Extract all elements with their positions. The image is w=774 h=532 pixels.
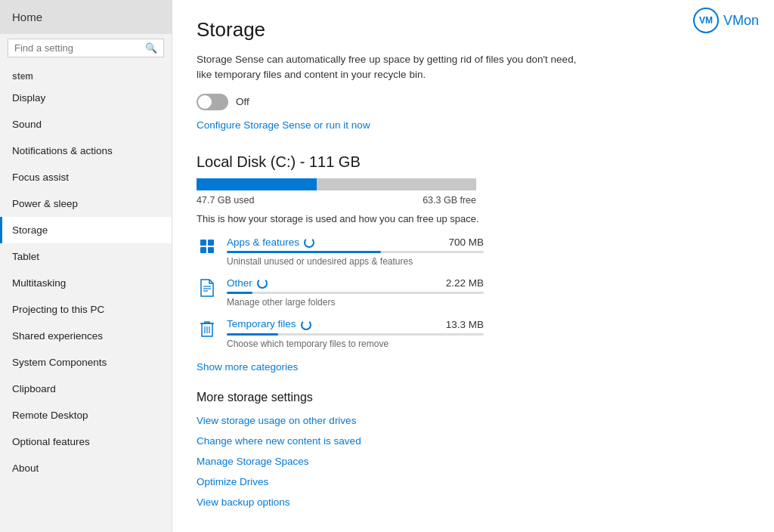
sidebar-item-multitasking[interactable]: Multitasking bbox=[0, 270, 172, 296]
loading-spinner bbox=[301, 320, 311, 330]
sidebar-nav: DisplaySoundNotifications & actionsFocus… bbox=[0, 85, 172, 481]
storage-item-name-temp[interactable]: Temporary files bbox=[227, 318, 311, 329]
storage-sense-toggle[interactable] bbox=[197, 94, 228, 110]
vmmon-name: VMon bbox=[723, 13, 759, 29]
sidebar-item-system-components[interactable]: System Components bbox=[0, 349, 172, 376]
vmmon-logo: VM VMon bbox=[693, 8, 759, 33]
storage-summary: This is how your storage is used and how… bbox=[197, 213, 750, 224]
storage-item-bar-temp bbox=[227, 333, 484, 336]
sidebar-home[interactable]: Home bbox=[0, 0, 172, 34]
sidebar-item-about[interactable]: About bbox=[0, 455, 172, 481]
disk-bar-container bbox=[197, 178, 476, 190]
sidebar-item-storage[interactable]: Storage bbox=[0, 217, 172, 243]
sidebar-item-focus[interactable]: Focus assist bbox=[0, 164, 172, 190]
storage-item-icon-other bbox=[197, 279, 218, 297]
more-settings-title: More storage settings bbox=[197, 391, 750, 404]
storage-description: Storage Sense can automatically free up … bbox=[197, 52, 590, 83]
toggle-label: Off bbox=[236, 96, 249, 107]
toggle-row: Off bbox=[197, 94, 750, 110]
search-icon: 🔍 bbox=[145, 42, 157, 54]
search-input[interactable] bbox=[14, 42, 145, 54]
disk-section-title: Local Disk (C:) - 111 GB bbox=[197, 153, 750, 171]
svg-rect-3 bbox=[208, 247, 214, 253]
svg-rect-1 bbox=[208, 240, 214, 246]
more-link-0[interactable]: View storage usage on other drives bbox=[197, 415, 750, 426]
loading-spinner bbox=[257, 278, 268, 289]
sidebar-item-sound[interactable]: Sound bbox=[0, 111, 172, 138]
storage-item-content-other: Other 2.22 MB Manage other large folders bbox=[227, 277, 484, 308]
svg-rect-2 bbox=[200, 247, 206, 253]
storage-item-header-apps: Apps & features 700 MB bbox=[227, 237, 484, 248]
sidebar-item-clipboard[interactable]: Clipboard bbox=[0, 376, 172, 402]
sidebar-item-remote-desktop[interactable]: Remote Desktop bbox=[0, 402, 172, 428]
disk-bar-used bbox=[197, 178, 317, 190]
svg-rect-0 bbox=[200, 240, 206, 246]
more-link-4[interactable]: View backup options bbox=[197, 496, 750, 508]
loading-spinner bbox=[304, 237, 314, 248]
storage-item-desc-other: Manage other large folders bbox=[227, 297, 484, 308]
storage-item-header-temp: Temporary files 13.3 MB bbox=[227, 318, 484, 329]
storage-item-content-temp: Temporary files 13.3 MB Choose which tem… bbox=[227, 318, 484, 348]
storage-item-desc-temp: Choose which temporary files to remove bbox=[227, 339, 484, 349]
more-links-list: View storage usage on other drivesChange… bbox=[197, 415, 750, 508]
storage-items-list: Apps & features 700 MB Uninstall unused … bbox=[197, 237, 750, 349]
storage-item-bar-apps bbox=[227, 251, 484, 253]
disk-used-label: 47.7 GB used bbox=[197, 195, 254, 206]
vmmon-circle: VM bbox=[693, 8, 719, 33]
storage-item-name-other[interactable]: Other bbox=[227, 277, 268, 289]
storage-item-bar-other bbox=[227, 292, 484, 294]
storage-item-header-other: Other 2.22 MB bbox=[227, 277, 484, 289]
sidebar: Home 🔍 stem DisplaySoundNotifications & … bbox=[0, 0, 172, 532]
storage-item-bar-fill-temp bbox=[227, 333, 278, 336]
more-link-1[interactable]: Change where new content is saved bbox=[197, 435, 750, 447]
storage-item-content-apps: Apps & features 700 MB Uninstall unused … bbox=[227, 237, 484, 267]
sidebar-search-box[interactable]: 🔍 bbox=[8, 39, 164, 57]
sidebar-item-projecting[interactable]: Projecting to this PC bbox=[0, 296, 172, 323]
storage-item-bar-fill-other bbox=[227, 292, 252, 294]
storage-item-size-apps: 700 MB bbox=[448, 237, 484, 248]
page-title: Storage bbox=[197, 18, 750, 42]
sidebar-item-notifications[interactable]: Notifications & actions bbox=[0, 138, 172, 164]
storage-item-temp[interactable]: Temporary files 13.3 MB Choose which tem… bbox=[197, 318, 484, 348]
storage-item-other[interactable]: Other 2.22 MB Manage other large folders bbox=[197, 277, 484, 308]
more-link-2[interactable]: Manage Storage Spaces bbox=[197, 456, 750, 467]
storage-item-size-other: 2.22 MB bbox=[446, 277, 484, 289]
disk-free-label: 63.3 GB free bbox=[423, 195, 476, 206]
main-content: VM VMon Storage Storage Sense can automa… bbox=[172, 0, 774, 532]
storage-item-name-apps[interactable]: Apps & features bbox=[227, 237, 314, 248]
sidebar-item-display[interactable]: Display bbox=[0, 85, 172, 111]
sidebar-section-label: stem bbox=[0, 65, 172, 85]
storage-item-bar-fill-apps bbox=[227, 251, 381, 253]
more-link-3[interactable]: Optimize Drives bbox=[197, 476, 750, 487]
storage-item-desc-apps: Uninstall unused or undesired apps & fea… bbox=[227, 256, 484, 267]
sidebar-item-power[interactable]: Power & sleep bbox=[0, 190, 172, 217]
storage-item-apps[interactable]: Apps & features 700 MB Uninstall unused … bbox=[197, 237, 484, 267]
storage-item-icon-apps bbox=[197, 238, 218, 255]
configure-link[interactable]: Configure Storage Sense or run it now bbox=[197, 119, 370, 131]
storage-item-size-temp: 13.3 MB bbox=[446, 319, 484, 330]
storage-item-icon-temp bbox=[197, 320, 218, 338]
show-more-link[interactable]: Show more categories bbox=[197, 361, 298, 373]
sidebar-item-optional-features[interactable]: Optional features bbox=[0, 428, 172, 455]
sidebar-item-tablet[interactable]: Tablet bbox=[0, 243, 172, 270]
disk-stats: 47.7 GB used 63.3 GB free bbox=[197, 195, 476, 206]
sidebar-item-shared[interactable]: Shared experiences bbox=[0, 323, 172, 349]
